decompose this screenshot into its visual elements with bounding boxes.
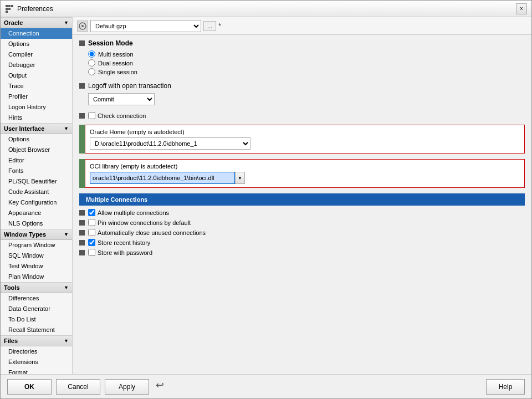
allow-multiple-connections-label: Allow multiple connections [98, 209, 169, 216]
sidebar-item-editor[interactable]: Editor [1, 155, 72, 166]
title-bar-left: Preferences [5, 4, 53, 13]
dialog-footer: OK Cancel Apply ↩ Help [1, 374, 531, 398]
help-button[interactable]: Help [486, 379, 525, 395]
oci-input[interactable] [90, 172, 235, 184]
store-password-label: Store with password [98, 249, 152, 256]
oracle-home-row: Oracle Home (empty is autodetect) D:\ora… [79, 125, 525, 154]
check-conn-marker [79, 113, 85, 119]
check-connection-row: Check connection [79, 112, 525, 119]
logoff-marker [79, 83, 85, 89]
sidebar-item-recall-statement[interactable]: Recall Statement [1, 325, 72, 335]
oracle-home-input-row: D:\oracle11\product\11.2.0\dbhome_1 [90, 137, 520, 150]
sidebar-item-code-assistant[interactable]: Code Assistant [1, 187, 72, 197]
oracle-home-section: Oracle Home (empty is autodetect) D:\ora… [85, 125, 525, 154]
sidebar-group-tools[interactable]: Tools ▼ [1, 282, 72, 293]
logoff-section: Logoff with open transaction Commit Roll… [79, 82, 525, 105]
sidebar-item-debugger[interactable]: Debugger [1, 60, 72, 70]
dialog-title: Preferences [17, 5, 53, 13]
sidebar-group-files[interactable]: Files ▼ [1, 335, 72, 346]
store-history-checkbox[interactable] [88, 239, 95, 246]
store-password-row: Store with password [79, 249, 525, 256]
oracle-home-dropdown[interactable]: D:\oracle11\product\11.2.0\dbhome_1 [90, 137, 250, 150]
session-mode-title: Session Mode [88, 39, 133, 47]
sidebar-item-plsql-beautifier[interactable]: PL/SQL Beautifier [1, 176, 72, 187]
oracle-home-title: Oracle Home (empty is autodetect) [90, 129, 520, 135]
single-session-radio[interactable] [88, 68, 95, 75]
sidebar-group-window-types[interactable]: Window Types ▼ [1, 229, 72, 240]
sidebar-item-test-window[interactable]: Test Window [1, 261, 72, 272]
pin-window-row: Pin window connections by default [79, 219, 525, 226]
sidebar-group-files-label: Files [4, 337, 18, 344]
single-session-label: Single session [98, 69, 137, 75]
store-history-label: Store recent history [98, 239, 150, 246]
apply-button[interactable]: Apply [105, 379, 149, 395]
sidebar-item-logon-history[interactable]: Logon History [1, 102, 72, 112]
sidebar-item-options-oracle[interactable]: Options [1, 39, 72, 49]
connection-icon [77, 21, 88, 32]
modified-indicator: * [218, 22, 221, 30]
sidebar-group-wt-label: Window Types [4, 231, 46, 238]
logoff-dropdown[interactable]: Commit Rollback Ask [88, 93, 155, 105]
logoff-select-row: Commit Rollback Ask [88, 93, 525, 105]
multi-session-label: Multi session [98, 51, 134, 58]
auto-close-checkbox[interactable] [88, 229, 95, 236]
sidebar-item-object-browser[interactable]: Object Browser [1, 145, 72, 155]
allow-multiple-marker [79, 210, 85, 216]
svg-rect-5 [6, 11, 8, 13]
sidebar-item-key-configuration[interactable]: Key Configuration [1, 197, 72, 208]
sidebar-group-ui-label: User Interface [4, 125, 44, 132]
auto-close-row: Automatically close unused connections [79, 229, 525, 236]
sidebar-item-nls-options[interactable]: NLS Options [1, 218, 72, 229]
connection-dropdown[interactable]: Default gzp [90, 20, 201, 32]
logoff-label: Logoff with open transaction [88, 82, 171, 90]
close-button[interactable]: × [516, 3, 527, 14]
multi-session-option: Multi session [88, 50, 525, 58]
sidebar-item-hints[interactable]: Hints [1, 112, 72, 123]
sidebar-group-user-interface[interactable]: User Interface ▼ [1, 123, 72, 134]
main-content: Default gzp ... * Session Mode Mul [73, 17, 531, 374]
ui-arrow-icon: ▼ [64, 126, 69, 131]
oci-green-marker [79, 159, 85, 188]
sidebar-item-differences[interactable]: Differences [1, 293, 72, 304]
sidebar-item-format[interactable]: Format [1, 367, 72, 374]
check-connection-checkbox[interactable] [88, 112, 95, 119]
store-password-checkbox[interactable] [88, 249, 95, 256]
sidebar-item-connection[interactable]: Connection [1, 28, 72, 39]
sidebar-item-trace[interactable]: Trace [1, 81, 72, 91]
ok-button[interactable]: OK [7, 379, 52, 395]
oci-section: OCI library (empty is autodetect) ▼ [85, 159, 525, 188]
sidebar-item-extensions[interactable]: Extensions [1, 357, 72, 367]
pin-window-checkbox[interactable] [88, 219, 95, 226]
ellipsis-button[interactable]: ... [203, 21, 216, 31]
dual-session-radio[interactable] [88, 59, 95, 66]
sidebar-item-compiler[interactable]: Compiler [1, 49, 72, 60]
sidebar-item-todo-list[interactable]: To-Do List [1, 314, 72, 325]
sidebar-item-sql-window[interactable]: SQL Window [1, 250, 72, 261]
oci-title: OCI library (empty is autodetect) [90, 163, 520, 170]
svg-rect-3 [6, 8, 8, 10]
sidebar-item-options-ui[interactable]: Options [1, 134, 72, 145]
sidebar-item-appearance[interactable]: Appearance [1, 208, 72, 218]
sidebar-item-directories[interactable]: Directories [1, 346, 72, 357]
multi-session-radio[interactable] [88, 50, 95, 58]
svg-rect-1 [8, 5, 11, 7]
session-mode-section: Session Mode Multi session Dual session [79, 39, 525, 75]
sidebar-group-oracle[interactable]: Oracle ▼ [1, 17, 72, 28]
sidebar-item-plan-window[interactable]: Plan Window [1, 272, 72, 282]
auto-close-marker [79, 230, 85, 236]
cancel-button[interactable]: Cancel [56, 379, 100, 395]
session-mode-marker [79, 40, 85, 46]
help-icon: ↩ [156, 379, 164, 395]
dual-session-label: Dual session [98, 60, 133, 66]
sidebar-item-data-generator[interactable]: Data Generator [1, 304, 72, 314]
oci-dropdown-button[interactable]: ▼ [235, 172, 245, 184]
svg-rect-4 [8, 8, 11, 10]
auto-close-label: Automatically close unused connections [98, 229, 206, 236]
sidebar-item-profiler[interactable]: Profiler [1, 91, 72, 102]
allow-multiple-connections-checkbox[interactable] [88, 209, 95, 216]
sidebar-item-program-window[interactable]: Program Window [1, 240, 72, 250]
sidebar-item-fonts[interactable]: Fonts [1, 166, 72, 176]
sidebar-item-output[interactable]: Output [1, 70, 72, 81]
footer-buttons-left: OK Cancel Apply ↩ [7, 379, 164, 395]
title-bar: Preferences × [1, 1, 531, 17]
